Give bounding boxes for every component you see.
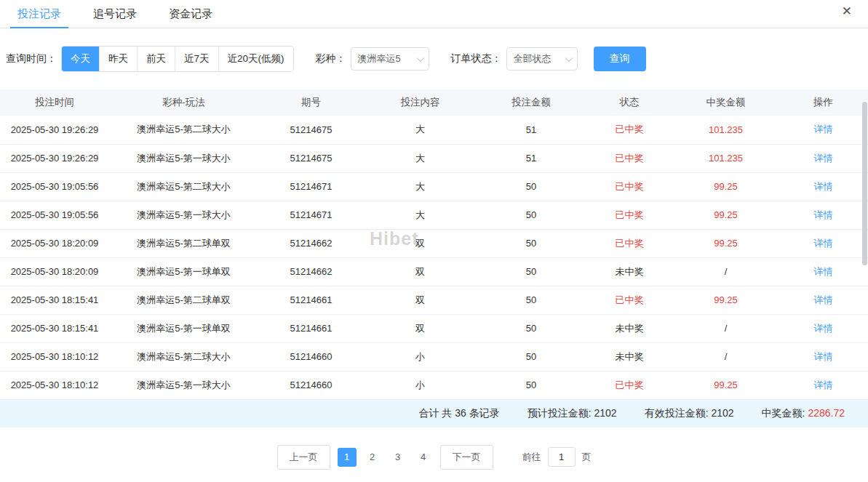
valid-bet-amount-value: 2102 bbox=[711, 407, 733, 419]
goto-page-input[interactable] bbox=[548, 447, 576, 467]
bet-time-cell: 2025-05-30 18:10:12 bbox=[0, 371, 109, 399]
issue-number-cell: 51214661 bbox=[258, 286, 364, 314]
action-cell: 详情 bbox=[779, 314, 868, 342]
bet-amount-cell: 50 bbox=[477, 201, 586, 229]
detail-link[interactable]: 详情 bbox=[814, 124, 833, 134]
close-icon[interactable]: ✕ bbox=[842, 5, 852, 17]
bet-amount-cell: 50 bbox=[477, 257, 586, 286]
bet-time-cell: 2025-05-30 19:05:56 bbox=[0, 201, 109, 229]
issue-number-cell: 51214662 bbox=[258, 257, 364, 286]
bet-amount-cell: 51 bbox=[477, 144, 586, 172]
play-type-cell: 澳洲幸运5-第二球单双 bbox=[109, 229, 258, 257]
status-cell: 已中奖 bbox=[586, 201, 673, 229]
page-number[interactable]: 1 bbox=[338, 448, 357, 467]
bet-amount-cell: 50 bbox=[477, 229, 586, 257]
prev-page-button[interactable]: 上一页 bbox=[277, 445, 330, 470]
scrollbar-thumb[interactable] bbox=[862, 102, 867, 265]
prize-amount-cell: 99.25 bbox=[673, 229, 779, 257]
time-filter-option[interactable]: 昨天 bbox=[99, 47, 137, 71]
table-row: 2025-05-30 18:10:12澳洲幸运5-第一球大小51214660小5… bbox=[0, 371, 868, 399]
tab-bar: 投注记录追号记录资金记录 ✕ bbox=[0, 0, 868, 28]
bet-amount-cell: 50 bbox=[477, 314, 586, 342]
column-header: 状态 bbox=[586, 89, 673, 116]
action-cell: 详情 bbox=[779, 229, 868, 257]
detail-link[interactable]: 详情 bbox=[814, 181, 833, 192]
total-records-text: 合计 共 36 条记录 bbox=[418, 407, 499, 420]
time-filter-option[interactable]: 今天 bbox=[62, 47, 99, 71]
prize-amount-cell: 101.235 bbox=[673, 144, 779, 172]
issue-number-cell: 51214671 bbox=[258, 172, 364, 201]
action-cell: 详情 bbox=[779, 257, 868, 286]
order-status-label: 订单状态： bbox=[451, 52, 502, 65]
bet-amount-cell: 50 bbox=[477, 286, 586, 314]
tab-fund-records[interactable]: 资金记录 bbox=[159, 0, 223, 28]
bet-content-cell: 双 bbox=[364, 229, 477, 257]
action-cell: 详情 bbox=[779, 342, 868, 371]
bet-time-cell: 2025-05-30 19:05:56 bbox=[0, 172, 109, 201]
detail-link[interactable]: 详情 bbox=[814, 266, 833, 277]
status-cell: 已中奖 bbox=[586, 116, 673, 144]
lottery-select-value: 澳洲幸运5 bbox=[358, 52, 401, 65]
valid-bet-amount-label: 有效投注金额: bbox=[645, 407, 709, 419]
tab-chase-records[interactable]: 追号记录 bbox=[83, 0, 147, 28]
detail-link[interactable]: 详情 bbox=[814, 351, 833, 362]
prize-amount: 中奖金额: 2286.72 bbox=[762, 407, 845, 420]
action-cell: 详情 bbox=[779, 172, 868, 201]
status-cell: 未中奖 bbox=[586, 314, 673, 342]
detail-link[interactable]: 详情 bbox=[814, 238, 833, 249]
time-filter-option[interactable]: 前天 bbox=[137, 47, 175, 71]
page-number[interactable]: 3 bbox=[389, 448, 407, 467]
prize-amount-cell: 99.25 bbox=[673, 201, 779, 229]
tabs-container: 投注记录追号记录资金记录 bbox=[7, 0, 234, 28]
page-number[interactable]: 4 bbox=[414, 448, 433, 467]
issue-number-cell: 51214660 bbox=[258, 371, 364, 399]
table-row: 2025-05-30 18:15:41澳洲幸运5-第一球单双51214661双5… bbox=[0, 314, 868, 342]
lottery-select[interactable]: 澳洲幸运5 bbox=[351, 47, 429, 71]
expected-bet-amount-value: 2102 bbox=[594, 407, 617, 419]
table-row: 2025-05-30 18:15:41澳洲幸运5-第二球单双51214661双5… bbox=[0, 286, 868, 314]
bet-content-cell: 小 bbox=[364, 342, 477, 371]
table-row: 2025-05-30 19:26:29澳洲幸运5-第一球大小51214675大5… bbox=[0, 144, 868, 172]
detail-link[interactable]: 详情 bbox=[814, 153, 833, 164]
filter-bar: 查询时间： 今天昨天前天近7天近20天(低频) 彩种： 澳洲幸运5 订单状态： … bbox=[0, 28, 868, 89]
order-status-select[interactable]: 全部状态 bbox=[506, 47, 578, 71]
column-header: 彩种-玩法 bbox=[109, 89, 258, 116]
prize-amount-cell: 99.25 bbox=[673, 286, 779, 314]
prize-amount-cell: / bbox=[673, 342, 779, 371]
action-cell: 详情 bbox=[779, 116, 868, 144]
bet-time-cell: 2025-05-30 19:26:29 bbox=[0, 144, 109, 172]
detail-link[interactable]: 详情 bbox=[814, 323, 833, 334]
prize-amount-cell: 99.25 bbox=[673, 172, 779, 201]
detail-link[interactable]: 详情 bbox=[814, 209, 833, 220]
column-header: 操作 bbox=[779, 89, 868, 116]
bet-amount-cell: 51 bbox=[477, 116, 586, 144]
goto-page: 前往 页 bbox=[522, 447, 592, 467]
records-table: 投注时间彩种-玩法期号投注内容投注金额状态中奖金额操作 2025-05-30 1… bbox=[0, 89, 868, 400]
goto-label: 前往 bbox=[522, 451, 541, 464]
action-cell: 详情 bbox=[779, 286, 868, 314]
bet-content-cell: 双 bbox=[364, 286, 477, 314]
search-button[interactable]: 查询 bbox=[594, 47, 646, 71]
page-number[interactable]: 2 bbox=[363, 448, 382, 467]
detail-link[interactable]: 详情 bbox=[814, 379, 833, 390]
column-header: 投注内容 bbox=[364, 89, 477, 116]
bet-content-cell: 双 bbox=[364, 314, 477, 342]
table-row: 2025-05-30 19:05:56澳洲幸运5-第一球大小51214671大5… bbox=[0, 201, 868, 229]
status-cell: 已中奖 bbox=[586, 144, 673, 172]
bet-content-cell: 小 bbox=[364, 371, 477, 399]
tab-bet-records[interactable]: 投注记录 bbox=[7, 0, 71, 28]
bet-amount-cell: 50 bbox=[477, 371, 586, 399]
bet-content-cell: 双 bbox=[364, 257, 477, 286]
bet-time-cell: 2025-05-30 19:26:29 bbox=[0, 116, 109, 144]
time-filter-option[interactable]: 近20天(低频) bbox=[218, 47, 293, 71]
detail-link[interactable]: 详情 bbox=[814, 294, 833, 305]
status-cell: 已中奖 bbox=[586, 286, 673, 314]
time-filter-option[interactable]: 近7天 bbox=[175, 47, 218, 71]
scrollbar[interactable] bbox=[862, 102, 867, 407]
prize-amount-cell: 99.25 bbox=[673, 371, 779, 399]
bet-content-cell: 大 bbox=[364, 172, 477, 201]
page-unit-label: 页 bbox=[582, 451, 592, 464]
next-page-button[interactable]: 下一页 bbox=[440, 445, 493, 470]
bet-time-cell: 2025-05-30 18:15:41 bbox=[0, 314, 109, 342]
prize-amount-label: 中奖金额: bbox=[762, 407, 805, 419]
